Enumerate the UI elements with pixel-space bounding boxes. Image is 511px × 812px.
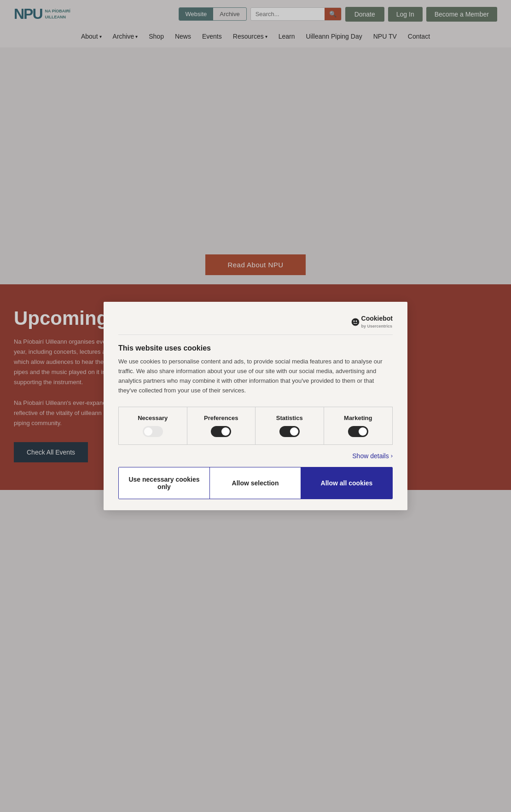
svg-point-0 (352, 318, 359, 326)
toggle-necessary-label: Necessary (138, 415, 168, 421)
toggle-preferences: Preferences (187, 407, 256, 444)
chevron-right-icon: › (391, 452, 393, 459)
allow-selection-button[interactable]: Allow selection (210, 467, 301, 499)
cookiebot-icon (351, 318, 360, 326)
show-details-row: Show details › (118, 452, 393, 460)
toggle-statistics-label: Statistics (276, 415, 303, 421)
toggle-preferences-switch[interactable] (211, 426, 231, 437)
toggle-marketing-label: Marketing (344, 415, 372, 421)
cookie-toggles: Necessary Preferences Statistics (118, 407, 393, 445)
toggle-necessary-switch[interactable] (143, 426, 163, 437)
toggle-necessary: Necessary (119, 407, 187, 444)
toggle-preferences-label: Preferences (204, 415, 238, 421)
use-necessary-cookies-button[interactable]: Use necessary cookies only (119, 467, 210, 499)
cookie-modal-header: Cookiebot by Usercentrics (118, 315, 393, 329)
show-details-link[interactable]: Show details › (352, 452, 393, 460)
modal-divider (118, 334, 393, 335)
toggle-marketing: Marketing (324, 407, 393, 444)
cookie-title: This website uses cookies (118, 344, 393, 352)
toggle-statistics: Statistics (256, 407, 324, 444)
toggle-statistics-switch[interactable] (279, 426, 300, 437)
cookie-modal: Cookiebot by Usercentrics This website u… (104, 302, 407, 510)
cookie-overlay: Cookiebot by Usercentrics This website u… (0, 0, 511, 812)
toggle-marketing-switch[interactable] (348, 426, 368, 437)
cookie-action-buttons: Use necessary cookies only Allow selecti… (118, 467, 393, 499)
svg-point-1 (353, 320, 354, 322)
allow-all-cookies-button[interactable]: Allow all cookies (301, 467, 392, 499)
cookiebot-logo: Cookiebot by Usercentrics (351, 315, 393, 329)
svg-point-2 (355, 320, 357, 322)
cookiebot-brand-name: Cookiebot (361, 315, 393, 322)
cookie-description: We use cookies to personalise content an… (118, 357, 393, 395)
cookiebot-brand-sub: by Usercentrics (361, 324, 393, 328)
